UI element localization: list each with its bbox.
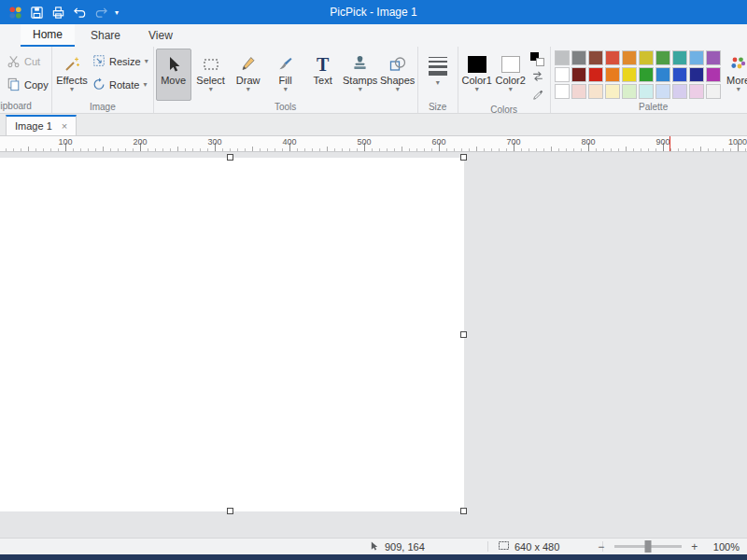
selection-handle-bottom-middle[interactable] xyxy=(227,508,233,514)
palette-swatch[interactable] xyxy=(588,67,603,82)
palette-swatch[interactable] xyxy=(655,67,670,82)
pencil-icon xyxy=(240,53,256,75)
zoom-in-button[interactable]: + xyxy=(689,540,700,553)
palette-swatch[interactable] xyxy=(655,84,670,99)
ruler-tick xyxy=(543,148,544,151)
selection-handle-middle-right[interactable] xyxy=(460,331,467,338)
palette-swatch[interactable] xyxy=(571,50,586,65)
canvas-size: 640 x 480 xyxy=(498,539,559,554)
ruler-tick xyxy=(349,148,350,151)
line-size-button[interactable]: ▾ xyxy=(420,49,456,101)
palette-swatch[interactable] xyxy=(689,67,704,82)
tab-home[interactable]: Home xyxy=(21,24,75,47)
tool-draw-button[interactable]: Draw ▾ xyxy=(231,49,266,101)
ruler-label: 1000 xyxy=(728,137,747,147)
ruler-tick xyxy=(35,148,36,151)
ruler-label: 900 xyxy=(655,137,669,147)
resize-button[interactable]: Resize ▾ xyxy=(90,51,151,72)
toolbar-caret-icon[interactable]: ▾ xyxy=(115,8,119,17)
palette-swatch[interactable] xyxy=(672,50,687,65)
palette-swatch[interactable] xyxy=(605,50,620,65)
ribbon: Cut Copy Clipboard Effects ▾ xyxy=(0,47,747,114)
ruler-tick xyxy=(275,148,275,151)
palette-swatch[interactable] xyxy=(689,50,704,65)
palette-swatch[interactable] xyxy=(689,84,704,99)
palette-swatch[interactable] xyxy=(706,50,721,65)
ruler-label: 200 xyxy=(133,137,147,147)
swap-colors-icon[interactable] xyxy=(531,70,544,85)
palette-swatch[interactable] xyxy=(655,50,670,65)
palette-swatch[interactable] xyxy=(588,50,603,65)
group-palette-label: Palette xyxy=(553,101,747,114)
tool-move-button[interactable]: Move xyxy=(156,49,191,101)
palette-swatch[interactable] xyxy=(571,67,586,82)
selection-handle-bottom-right[interactable] xyxy=(460,508,467,514)
tool-fill-button[interactable]: Fill ▾ xyxy=(268,49,303,101)
save-icon[interactable] xyxy=(29,5,44,20)
palette-swatch[interactable] xyxy=(571,84,586,99)
selection-handle-top-right[interactable] xyxy=(460,154,467,161)
zoom-out-button[interactable]: − xyxy=(596,540,607,553)
ruler-label: 400 xyxy=(282,137,296,147)
palette-swatch[interactable] xyxy=(706,67,721,82)
color2-swatch xyxy=(501,56,520,73)
print-icon[interactable] xyxy=(50,5,65,20)
eyedropper-icon[interactable] xyxy=(531,89,544,104)
zoom-slider[interactable] xyxy=(614,545,682,548)
palette-swatch[interactable] xyxy=(622,84,637,99)
color1-button[interactable]: Color1 ▾ xyxy=(460,49,494,101)
palette-swatch[interactable] xyxy=(672,84,687,99)
tool-shapes-button[interactable]: Shapes ▾ xyxy=(380,49,416,101)
palette-swatch[interactable] xyxy=(605,84,620,99)
ruler-tick xyxy=(641,148,641,151)
rotate-button[interactable]: Rotate ▾ xyxy=(90,75,151,95)
close-icon[interactable]: × xyxy=(62,120,67,132)
tool-stamps-button[interactable]: Stamps ▾ xyxy=(343,49,378,101)
ruler-tick xyxy=(581,148,582,151)
tab-view[interactable]: View xyxy=(136,24,185,47)
redo-icon[interactable] xyxy=(93,5,108,20)
ruler-tick xyxy=(43,148,44,151)
palette-swatch[interactable] xyxy=(706,84,721,99)
tab-image1[interactable]: Image 1 × xyxy=(6,115,77,135)
palette-swatch[interactable] xyxy=(639,84,654,99)
ruler-tick xyxy=(245,148,246,151)
color2-button[interactable]: Color2 ▾ xyxy=(494,49,528,101)
undo-icon[interactable] xyxy=(72,5,87,20)
ruler-tick xyxy=(237,148,238,151)
magic-wand-icon xyxy=(64,53,80,75)
ruler-label: 300 xyxy=(207,137,221,147)
zoom-slider-thumb[interactable] xyxy=(644,540,651,553)
group-colors-label: Colors xyxy=(460,104,548,114)
palette-swatch[interactable] xyxy=(639,50,654,65)
palette-swatch[interactable] xyxy=(555,50,570,65)
group-colors: Color1 ▾ Color2 ▾ xyxy=(458,47,551,113)
copy-button[interactable]: Copy xyxy=(4,75,51,95)
tab-share[interactable]: Share xyxy=(78,24,133,47)
chevron-down-icon: ▾ xyxy=(145,58,148,65)
palette-swatch[interactable] xyxy=(605,67,620,82)
cut-button[interactable]: Cut xyxy=(4,51,51,72)
effects-button[interactable]: Effects ▾ xyxy=(54,49,90,101)
chevron-down-icon: ▾ xyxy=(436,79,440,87)
tool-select-button[interactable]: Select ▾ xyxy=(193,49,229,101)
tool-text-button[interactable]: T Text xyxy=(305,49,341,101)
ruler-tick xyxy=(685,148,686,151)
palette-swatch[interactable] xyxy=(555,84,570,99)
ruler-tick xyxy=(327,147,328,151)
canvas[interactable] xyxy=(0,158,464,511)
ruler-tick xyxy=(596,148,597,151)
stamp-icon xyxy=(352,53,368,75)
ruler-tick xyxy=(80,148,81,151)
more-colors-button[interactable]: More ▾ xyxy=(723,49,747,101)
chevron-down-icon: ▾ xyxy=(247,86,250,93)
palette-swatch[interactable] xyxy=(672,67,687,82)
palette-swatch[interactable] xyxy=(555,67,570,82)
palette-swatch[interactable] xyxy=(622,50,637,65)
ruler-tick xyxy=(110,148,111,151)
palette-swatch[interactable] xyxy=(622,67,637,82)
selection-handle-top-middle[interactable] xyxy=(227,154,233,161)
ruler-label: 500 xyxy=(357,137,371,147)
palette-swatch[interactable] xyxy=(588,84,603,99)
palette-swatch[interactable] xyxy=(639,67,654,82)
